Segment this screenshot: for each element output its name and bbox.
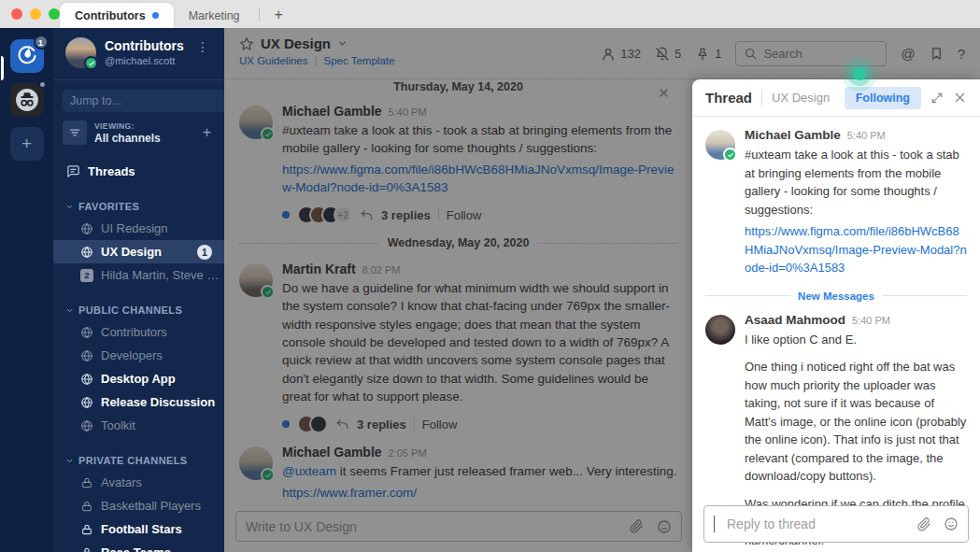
team-rail: 1 + bbox=[0, 28, 53, 552]
sidebar-header[interactable]: Contributors @michael.scott ⋮ bbox=[53, 28, 224, 80]
section-title: PRIVATE CHANNELS bbox=[78, 455, 188, 466]
thread-composer bbox=[703, 505, 969, 543]
lock-icon bbox=[80, 476, 93, 489]
thread-title: Thread bbox=[705, 90, 752, 106]
user-handle: @michael.scott bbox=[105, 55, 192, 66]
section-title: FAVORITES bbox=[78, 201, 139, 212]
tab-separator bbox=[259, 8, 260, 21]
paragraph: One thing i noticed right off the bat wa… bbox=[745, 358, 967, 486]
channel-label: Toolkit bbox=[101, 418, 224, 432]
timestamp: 5:40 PM bbox=[852, 315, 890, 326]
figma-link[interactable]: https://www.figma.com/file/i86bHWcB68HMi… bbox=[745, 224, 967, 275]
team-button-secondary[interactable] bbox=[10, 83, 44, 117]
tab-label: Marketing bbox=[189, 9, 240, 22]
globe-icon bbox=[80, 349, 93, 362]
attach-file-icon[interactable] bbox=[917, 517, 931, 531]
new-messages-label: New Messages bbox=[798, 290, 874, 302]
sidebar-item-ux-design[interactable]: UX Design 1 bbox=[53, 240, 224, 263]
globe-icon bbox=[80, 373, 93, 386]
sidebar-item-football-stars[interactable]: Football Stars bbox=[53, 517, 224, 541]
thread-panel: Thread UX Design Following Michael Gambl… bbox=[692, 79, 980, 552]
close-window-button[interactable] bbox=[11, 8, 22, 20]
reply-input[interactable] bbox=[727, 517, 905, 531]
sidebar-item-race-teams[interactable]: Race Teams bbox=[53, 541, 224, 552]
chevron-down-icon bbox=[65, 306, 74, 315]
sidebar-item-contributors[interactable]: Contributors bbox=[53, 320, 224, 344]
team-name: Contributors bbox=[105, 38, 192, 53]
lock-icon bbox=[80, 500, 93, 513]
new-tab-button[interactable]: + bbox=[275, 7, 283, 23]
sidebar-item-group-dm[interactable]: 2 Hilda Martin, Steve M... bbox=[53, 263, 224, 287]
user-avatar[interactable] bbox=[65, 37, 96, 68]
sidebar-item-ui-redesign[interactable]: UI Redesign bbox=[53, 217, 224, 240]
globe-icon bbox=[80, 246, 93, 259]
add-channel-button[interactable]: + bbox=[199, 124, 215, 141]
viewing-label: VIEWING: bbox=[94, 121, 199, 131]
channel-label: Release Discussion bbox=[101, 395, 224, 409]
author-name[interactable]: Michael Gamble bbox=[745, 128, 841, 142]
thread-body: Michael Gamble 5:40 PM #uxteam take a lo… bbox=[692, 117, 980, 552]
zoom-window-button[interactable] bbox=[49, 8, 60, 20]
avatar[interactable] bbox=[705, 130, 735, 160]
minimize-window-button[interactable] bbox=[30, 8, 41, 20]
filter-icon bbox=[68, 126, 81, 139]
channel-label: UX Design bbox=[101, 245, 190, 259]
message-text: #uxteam take a look at this - took a sta… bbox=[745, 146, 967, 219]
sidebar-item-release-discussion[interactable]: Release Discussion bbox=[53, 390, 224, 414]
channel-label: Basketball Players bbox=[101, 499, 224, 513]
new-messages-divider: New Messages bbox=[705, 290, 967, 302]
incognito-icon bbox=[15, 88, 39, 112]
app-window: Contributors Marketing + 1 + bbox=[0, 0, 980, 552]
online-status-icon bbox=[84, 56, 98, 70]
sidebar-item-desktop-app[interactable]: Desktop App bbox=[53, 367, 224, 390]
emoji-icon[interactable] bbox=[944, 517, 959, 531]
tutorial-tip-dot[interactable] bbox=[853, 67, 866, 80]
expand-icon[interactable] bbox=[930, 92, 944, 105]
channel-filter-row: VIEWING: All channels + bbox=[63, 120, 215, 145]
traffic-lights bbox=[11, 8, 60, 20]
channel-label: Desktop App bbox=[101, 372, 224, 386]
add-team-button[interactable]: + bbox=[10, 127, 44, 161]
avatar[interactable] bbox=[705, 315, 735, 345]
thread-root-message: Michael Gamble 5:40 PM #uxteam take a lo… bbox=[705, 128, 967, 277]
thread-header: Thread UX Design Following bbox=[692, 79, 980, 117]
threads-label: Threads bbox=[88, 164, 135, 178]
sidebar-section-favorites: FAVORITES UI Redesign UX Design 1 2 Hild… bbox=[53, 196, 224, 287]
team-unread-badge: 1 bbox=[34, 35, 49, 50]
following-button[interactable]: Following bbox=[845, 87, 921, 109]
window-tab-bar: Contributors Marketing + bbox=[0, 0, 980, 28]
channel-sidebar: Contributors @michael.scott ⋮ ← → VIEWIN… bbox=[53, 28, 224, 552]
channel-label: Developers bbox=[101, 348, 224, 362]
tab-contributors[interactable]: Contributors bbox=[60, 3, 174, 28]
close-icon[interactable] bbox=[953, 91, 967, 105]
active-team-indicator bbox=[1, 56, 4, 80]
divider bbox=[761, 90, 762, 106]
channel-label: Race Teams bbox=[101, 545, 224, 552]
chevron-down-icon bbox=[65, 457, 74, 465]
sidebar-item-threads[interactable]: Threads bbox=[53, 159, 224, 183]
online-status-icon bbox=[723, 148, 737, 162]
section-header-private-channels[interactable]: PRIVATE CHANNELS bbox=[53, 450, 224, 471]
threads-icon bbox=[66, 164, 80, 178]
filter-button[interactable] bbox=[63, 120, 87, 145]
section-header-public-channels[interactable]: PUBLIC CHANNELS bbox=[53, 300, 224, 320]
text-caret bbox=[714, 516, 715, 532]
sidebar-menu-icon[interactable]: ⋮ bbox=[192, 37, 213, 56]
sidebar-section-private: PRIVATE CHANNELS Avatars Basketball Play… bbox=[53, 450, 224, 552]
jump-to-row: ← → bbox=[63, 90, 215, 112]
team-button-contributors[interactable]: 1 bbox=[10, 39, 44, 73]
sidebar-item-avatars[interactable]: Avatars bbox=[53, 471, 224, 494]
sidebar-item-developers[interactable]: Developers bbox=[53, 344, 224, 367]
jump-to-input[interactable] bbox=[63, 90, 224, 112]
channel-label: Contributors bbox=[101, 325, 224, 339]
sidebar-item-toolkit[interactable]: Toolkit bbox=[53, 414, 224, 437]
mattermost-logo-icon bbox=[17, 46, 37, 66]
sidebar-section-public: PUBLIC CHANNELS Contributors Developers … bbox=[53, 300, 224, 437]
sidebar-item-basketball-players[interactable]: Basketball Players bbox=[53, 494, 224, 517]
section-header-favorites[interactable]: FAVORITES bbox=[53, 196, 224, 217]
tab-marketing[interactable]: Marketing bbox=[174, 3, 255, 28]
author-name[interactable]: Asaad Mahmood bbox=[745, 313, 845, 327]
chevron-down-icon bbox=[65, 203, 74, 211]
globe-icon bbox=[80, 419, 93, 432]
channel-label: UI Redesign bbox=[101, 221, 224, 235]
